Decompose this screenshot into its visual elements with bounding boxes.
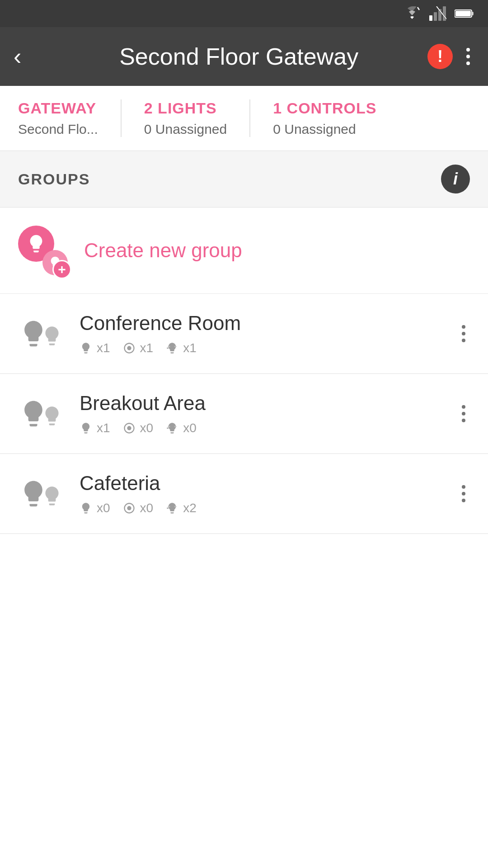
signal-icon [429, 6, 446, 21]
group-bulb-icon [18, 318, 63, 349]
svg-point-10 [127, 346, 131, 350]
group-menu-dot-2 [462, 332, 465, 335]
switch-stat: x1 [166, 341, 197, 355]
summary-lights[interactable]: 2 LIGHTS 0 Unassigned [126, 99, 245, 137]
group-name: Conference Room [80, 312, 441, 335]
sensor-stat-icon [123, 342, 136, 354]
bulb-stat: x0 [80, 501, 110, 515]
svg-line-0 [418, 7, 419, 10]
group-menu-dot-1 [462, 325, 465, 329]
switch-stat: x0 [166, 421, 197, 435]
summary-controls[interactable]: 1 CONTROLS 0 Unassigned [255, 99, 394, 137]
group-circles: + [18, 226, 68, 275]
group-menu-dot-2 [462, 412, 465, 415]
alert-symbol: ! [437, 47, 443, 66]
lights-sublabel: 0 Unassigned [144, 122, 227, 137]
summary-divider-1 [121, 99, 122, 137]
switch-stat-icon [166, 502, 178, 514]
group-bulb-icon [18, 398, 63, 429]
group-more-button[interactable] [457, 401, 470, 427]
svg-rect-8 [472, 12, 474, 15]
back-button[interactable]: ‹ [14, 45, 21, 68]
summary-divider-2 [249, 99, 250, 137]
status-bar [0, 0, 488, 27]
switch-stat-icon [166, 342, 178, 354]
group-stats: x1 x1 x1 [80, 341, 441, 355]
group-item[interactable]: Conference Room x1 x1 [0, 294, 488, 374]
sensor-stat-icon [123, 422, 136, 434]
sensor-count: x0 [140, 501, 154, 515]
create-group-label: Create new group [84, 239, 242, 262]
switch-count: x0 [183, 421, 197, 435]
groups-section-header: GROUPS i [0, 151, 488, 208]
create-group-item[interactable]: + Create new group [0, 208, 488, 294]
wifi-icon [403, 6, 421, 21]
svg-point-14 [127, 506, 131, 510]
menu-dot-1 [466, 48, 470, 52]
group-menu-dot-2 [462, 492, 465, 495]
svg-point-12 [127, 426, 131, 430]
bulb-stat-icon [80, 502, 92, 514]
svg-rect-9 [455, 11, 471, 16]
sensor-stat-icon [123, 502, 136, 514]
app-header: ‹ Second Floor Gateway ! [0, 27, 488, 86]
group-more-button[interactable] [457, 481, 470, 507]
switch-count: x1 [183, 341, 197, 355]
group-menu-dot-1 [462, 485, 465, 489]
groups-title: GROUPS [18, 170, 90, 188]
group-menu-dot-1 [462, 405, 465, 409]
group-menu-dot-3 [462, 339, 465, 342]
bulb-stat: x1 [80, 341, 110, 355]
bulb-small-icon [41, 405, 63, 427]
sensor-stat: x0 [123, 501, 154, 515]
gateway-value: Second Flo... [18, 122, 98, 137]
sensor-stat: x0 [123, 421, 154, 435]
group-info: Cafeteria x0 x0 [80, 472, 441, 515]
svg-rect-2 [434, 12, 437, 21]
lights-label: 2 LIGHTS [144, 99, 227, 117]
group-info: Conference Room x1 x1 [80, 312, 441, 355]
info-symbol: i [453, 170, 458, 189]
switch-stat-icon [166, 422, 178, 434]
group-name: Cafeteria [80, 472, 441, 495]
bulb-stat: x1 [80, 421, 110, 435]
controls-sublabel: 0 Unassigned [273, 122, 376, 137]
group-stats: x0 x0 x2 [80, 501, 441, 515]
sensor-count: x0 [140, 421, 154, 435]
switch-stat: x2 [166, 501, 197, 515]
bulb-small-icon [41, 325, 63, 347]
menu-dot-3 [466, 61, 470, 65]
bulb-stat-icon [80, 422, 92, 434]
group-stats: x1 x0 x0 [80, 421, 441, 435]
svg-rect-1 [429, 15, 432, 21]
group-name: Breakout Area [80, 392, 441, 415]
info-button[interactable]: i [441, 165, 470, 193]
more-menu-button[interactable] [462, 43, 474, 70]
group-item[interactable]: Breakout Area x1 x0 [0, 374, 488, 454]
battery-icon [455, 8, 474, 19]
group-more-button[interactable] [457, 321, 470, 347]
page-title: Second Floor Gateway [30, 43, 447, 70]
summary-gateway[interactable]: GATEWAY Second Flo... [18, 99, 116, 137]
sensor-stat: x1 [123, 341, 154, 355]
gateway-label: GATEWAY [18, 99, 98, 117]
bulb-stat-icon [80, 342, 92, 354]
bulb-count: x1 [97, 421, 110, 435]
bulb-count: x1 [97, 341, 110, 355]
bulb-icon-main [26, 233, 47, 254]
group-menu-dot-3 [462, 419, 465, 422]
switch-count: x2 [183, 501, 197, 515]
group-info: Breakout Area x1 x0 [80, 392, 441, 435]
group-menu-dot-3 [462, 499, 465, 502]
group-bulb-icon [18, 478, 63, 509]
bulb-count: x0 [97, 501, 110, 515]
groups-list: Conference Room x1 x1 [0, 294, 488, 534]
controls-label: 1 CONTROLS [273, 99, 376, 117]
sensor-count: x1 [140, 341, 154, 355]
plus-badge: + [52, 260, 71, 279]
menu-dot-2 [466, 55, 470, 58]
bulb-small-icon [41, 485, 63, 507]
group-item[interactable]: Cafeteria x0 x0 [0, 454, 488, 534]
create-group-icon: + [18, 226, 68, 275]
alert-badge[interactable]: ! [427, 44, 453, 69]
